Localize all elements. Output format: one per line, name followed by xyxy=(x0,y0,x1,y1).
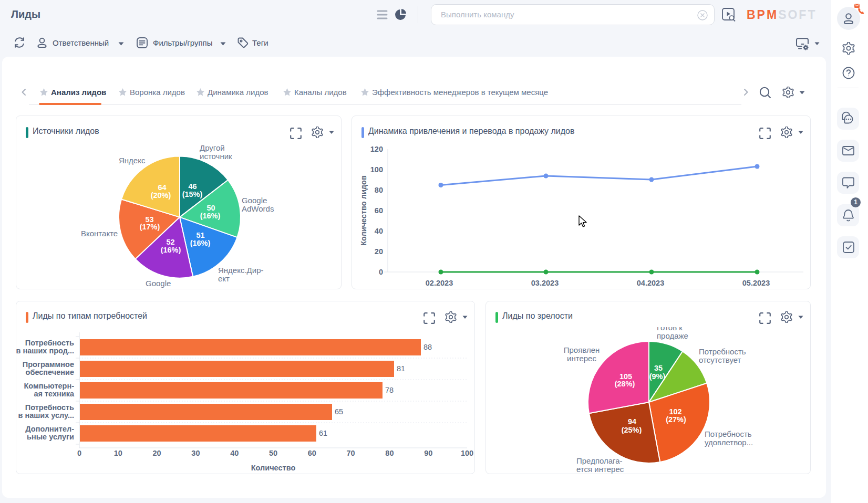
svg-text:60: 60 xyxy=(308,449,316,457)
svg-text:30: 30 xyxy=(191,449,200,457)
svg-text:40: 40 xyxy=(375,227,383,235)
svg-text:0: 0 xyxy=(379,268,383,276)
svg-text:(15%): (15%) xyxy=(182,190,203,198)
svg-text:(16%): (16%) xyxy=(200,212,221,220)
svg-text:50: 50 xyxy=(269,449,277,457)
svg-text:в наших прод...: в наших прод... xyxy=(16,347,74,355)
svg-text:03.2023: 03.2023 xyxy=(531,279,559,287)
svg-text:64: 64 xyxy=(158,183,166,192)
svg-text:02.2023: 02.2023 xyxy=(426,279,453,287)
svg-text:65: 65 xyxy=(335,407,343,416)
svg-text:ьные услуги: ьные услуги xyxy=(27,433,74,441)
svg-text:80: 80 xyxy=(385,449,394,457)
svg-text:ая техника: ая техника xyxy=(34,390,75,398)
svg-text:100: 100 xyxy=(370,165,383,174)
svg-text:40: 40 xyxy=(230,449,239,457)
svg-text:35: 35 xyxy=(654,364,663,372)
svg-text:61: 61 xyxy=(319,429,327,437)
svg-text:Количество: Количество xyxy=(251,464,296,472)
svg-text:20: 20 xyxy=(375,247,383,256)
svg-text:(20%): (20%) xyxy=(151,191,171,200)
svg-text:94: 94 xyxy=(628,417,636,426)
svg-text:52: 52 xyxy=(166,238,174,246)
svg-text:90: 90 xyxy=(424,449,432,457)
svg-text:0: 0 xyxy=(77,449,81,457)
svg-text:обеспечение: обеспечение xyxy=(26,368,74,376)
svg-text:80: 80 xyxy=(375,186,383,194)
svg-text:в наших услу...: в наших услу... xyxy=(18,411,74,420)
svg-text:102: 102 xyxy=(669,407,681,416)
svg-text:04.2023: 04.2023 xyxy=(637,279,664,287)
svg-text:100: 100 xyxy=(461,449,473,457)
svg-text:(27%): (27%) xyxy=(666,415,686,424)
svg-text:(17%): (17%) xyxy=(140,223,160,231)
svg-text:(9%): (9%) xyxy=(649,372,666,381)
svg-text:88: 88 xyxy=(423,343,432,351)
svg-text:81: 81 xyxy=(397,364,405,373)
svg-text:Количество лидов: Количество лидов xyxy=(359,175,368,246)
svg-text:(25%): (25%) xyxy=(622,426,642,434)
svg-text:(28%): (28%) xyxy=(615,380,635,388)
svg-text:70: 70 xyxy=(347,449,355,457)
svg-text:(16%): (16%) xyxy=(161,246,181,254)
svg-text:20: 20 xyxy=(153,449,161,457)
svg-text:120: 120 xyxy=(370,145,383,153)
svg-text:78: 78 xyxy=(385,386,394,394)
svg-text:(16%): (16%) xyxy=(190,239,211,247)
svg-text:51: 51 xyxy=(196,231,204,239)
svg-text:05.2023: 05.2023 xyxy=(742,279,770,287)
svg-text:10: 10 xyxy=(114,449,122,457)
svg-text:60: 60 xyxy=(375,206,383,215)
